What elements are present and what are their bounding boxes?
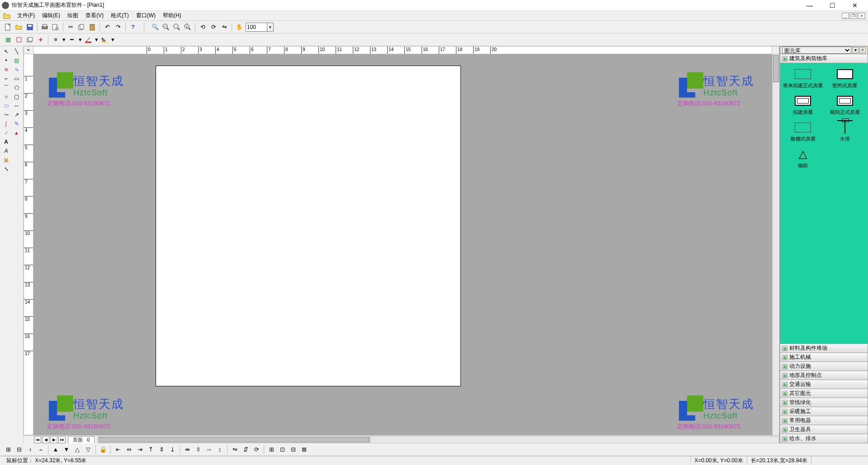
text-tool[interactable]: A (1, 137, 11, 146)
same-h[interactable]: ↕ (215, 445, 225, 455)
layer-button[interactable] (25, 35, 35, 45)
round-rect-tool[interactable]: ▢ (11, 92, 22, 101)
circle-tool[interactable]: ○ (1, 92, 11, 101)
add-button[interactable]: + (36, 35, 46, 45)
point-tool[interactable]: • (1, 56, 11, 65)
symbol-item[interactable]: 期间正式房屋 (825, 93, 865, 116)
page-first[interactable]: ⏮ (34, 436, 41, 443)
hatch-tool[interactable]: ▨ (11, 56, 22, 65)
help-button[interactable]: ? (128, 22, 138, 32)
align-c[interactable]: ⇔ (124, 445, 134, 455)
forward-button[interactable]: △ (72, 445, 82, 455)
ruler-vertical[interactable]: 1234567891011121314151617 (24, 54, 33, 435)
symbol-item[interactable]: 密闭式房屋 (825, 66, 865, 89)
category-active[interactable]: ▦ 建筑及构筑物库 (780, 54, 868, 63)
symbol-item[interactable]: 拟建房屋 (783, 93, 823, 116)
minimize-button[interactable]: — (803, 2, 816, 9)
zoom-input[interactable] (246, 23, 267, 32)
flip-button[interactable]: ⇋ (219, 22, 229, 32)
menu-help[interactable]: 帮助(H) (160, 12, 184, 19)
menu-format[interactable]: 格式(T) (108, 12, 131, 19)
new-file-button[interactable] (3, 22, 13, 32)
library-close[interactable]: × (859, 47, 866, 53)
same-w[interactable]: ↔ (204, 445, 214, 455)
menu-window[interactable]: 窗口(W) (133, 12, 158, 19)
category-header[interactable]: ▦其它图元 (780, 389, 868, 398)
dist-h[interactable]: ⇹ (182, 445, 192, 455)
fill-color-dd[interactable]: ▾ (110, 35, 115, 45)
symbol-item[interactable]: △烟囱 (783, 146, 823, 169)
category-header[interactable]: ▦给水、排水 (780, 434, 868, 443)
ellipse-tool[interactable]: ⬭ (1, 101, 11, 110)
grid-toggle[interactable]: ⊞ (266, 445, 276, 455)
eyedropper-tool[interactable]: ⤡ (1, 164, 11, 174)
snap-button[interactable] (14, 35, 24, 45)
ortho-toggle[interactable]: ⊠ (299, 445, 309, 455)
arc-tool[interactable]: ⌒ (1, 83, 11, 92)
multiline-tool[interactable]: ≋ (1, 65, 11, 74)
page-next[interactable]: ▶ (50, 436, 57, 443)
maximize-button[interactable]: ☐ (825, 2, 839, 9)
symbol-item[interactable]: 将来拟建正式房屋 (783, 66, 823, 89)
page-last[interactable]: ⏭ (58, 436, 66, 443)
line-style-button[interactable]: ≡ (51, 35, 61, 45)
print-button[interactable] (40, 22, 50, 32)
cut-button[interactable]: ✂ (66, 22, 76, 32)
horizontal-scrollbar[interactable] (97, 436, 779, 443)
menu-edit[interactable]: 编辑(E) (39, 12, 63, 19)
vertical-scrollbar[interactable] (772, 54, 779, 435)
print-preview-button[interactable] (51, 22, 61, 32)
category-header[interactable]: ▦交通运输 (780, 380, 868, 389)
line-tool[interactable]: ╲ (11, 47, 22, 56)
close-button[interactable]: ✕ (848, 2, 862, 9)
copy-button[interactable] (76, 22, 86, 32)
page-tab-active[interactable]: 页面 0 (68, 436, 95, 443)
align-m[interactable]: ⇕ (157, 445, 166, 455)
symbol-item[interactable]: 水塔 (825, 119, 865, 142)
fill-color-button[interactable] (100, 35, 109, 45)
category-header[interactable]: ▦管线绿化 (780, 398, 868, 407)
library-select[interactable]: 图元库 (782, 47, 851, 54)
line-weight-dd[interactable]: ▾ (78, 35, 82, 45)
curve-tool[interactable]: ⤳ (1, 110, 11, 119)
send-back-button[interactable]: ▼ (62, 445, 71, 455)
zoom-fit-button[interactable] (172, 22, 182, 32)
save-button[interactable] (25, 22, 35, 32)
align-r[interactable]: ⇥ (135, 445, 145, 455)
align-t[interactable]: ⤒ (146, 445, 156, 455)
bring-front-button[interactable]: ▲ (51, 445, 61, 455)
image-tool[interactable]: ▣ (1, 155, 11, 164)
rect-tool[interactable]: ▭ (11, 74, 22, 83)
dist-v[interactable]: ⇳ (193, 445, 203, 455)
page-prev[interactable]: ◀ (42, 436, 49, 443)
guide-toggle[interactable]: ⊟ (288, 445, 298, 455)
rotate-cw[interactable]: ⟳ (251, 445, 261, 455)
menu-file[interactable]: 文件(F) (14, 12, 38, 19)
ungroup-button[interactable]: ⊟ (14, 445, 24, 455)
ruler-corner[interactable]: ⌖ (24, 46, 33, 54)
rotate-right-button[interactable]: ⟳ (209, 22, 218, 32)
grid-button[interactable]: ▦ (3, 35, 13, 45)
category-header[interactable]: ▦卫生器具 (780, 425, 868, 434)
rotate-left-button[interactable]: ⟲ (198, 22, 208, 32)
align-b[interactable]: ⤓ (167, 445, 177, 455)
mdi-minimize[interactable]: _ (842, 13, 849, 19)
pan-button[interactable]: ✋ (234, 22, 244, 32)
zoom-out-button[interactable] (161, 22, 171, 32)
category-header[interactable]: ▦常用电器 (780, 416, 868, 425)
polygon-tool[interactable]: ⬠ (11, 83, 22, 92)
line-style-dd[interactable]: ▾ (62, 35, 66, 45)
redo-button[interactable]: ↷ (113, 22, 123, 32)
category-header[interactable]: ▦采暖施工 (780, 407, 868, 416)
zoom-actual-button[interactable]: 1 (183, 22, 193, 32)
align-right-button[interactable]: ⫠ (36, 445, 46, 455)
category-header[interactable]: ▦材料及构件堆场 (780, 344, 868, 353)
library-pin[interactable]: ▾ (852, 47, 859, 53)
area-tool[interactable]: ▲ (11, 128, 22, 137)
snap-toggle[interactable]: ⊡ (277, 445, 287, 455)
category-header[interactable]: ▦动力设施 (780, 362, 868, 371)
dimension-tool[interactable]: ↔ (11, 101, 22, 110)
paste-button[interactable] (87, 22, 97, 32)
align-l[interactable]: ⇤ (113, 445, 123, 455)
select-tool[interactable]: ↖ (1, 47, 11, 56)
